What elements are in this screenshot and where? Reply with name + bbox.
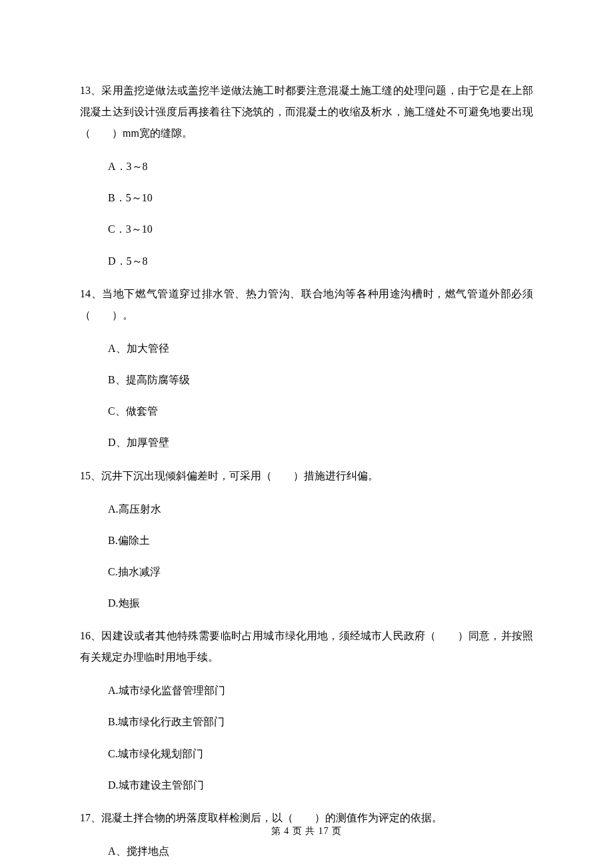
option-c: C．3～10	[108, 219, 533, 239]
page-footer: 第 4 页 共 17 页	[0, 825, 613, 837]
option-b: B.偏除土	[108, 530, 533, 551]
options-group: A．3～8 B．5～10 C．3～10 D．5～8	[80, 156, 533, 271]
option-b: B．5～10	[108, 187, 533, 208]
option-b: B.城市绿化行政主管部门	[108, 711, 533, 732]
option-a: A.高压射水	[108, 499, 533, 519]
option-d: D、加厚管壁	[108, 432, 533, 453]
question-stem: 15、沉井下沉出现倾斜偏差时，可采用（ ）措施进行纠偏。	[80, 465, 533, 487]
option-c: C、做套管	[108, 401, 533, 421]
option-d: D．5～8	[108, 251, 533, 271]
option-c: C.抽水减浮	[108, 561, 533, 582]
option-c: C.城市绿化规划部门	[108, 743, 533, 764]
options-group: A、加大管径 B、提高防腐等级 C、做套管 D、加厚管壁	[80, 338, 533, 453]
options-group: A.高压射水 B.偏除土 C.抽水减浮 D.炮振	[80, 499, 533, 614]
options-group: A、搅拌地点	[80, 841, 533, 861]
option-a: A、加大管径	[108, 338, 533, 359]
option-b: B、提高防腐等级	[108, 369, 533, 390]
option-a: A．3～8	[108, 156, 533, 177]
question-stem: 16、因建设或者其他特殊需要临时占用城市绿化用地，须经城市人民政府（ ）同意，并…	[80, 625, 533, 668]
option-a: A、搅拌地点	[108, 841, 533, 861]
option-d: D.炮振	[108, 593, 533, 613]
option-d: D.城市建设主管部门	[108, 775, 533, 795]
question-stem: 14、当地下燃气管道穿过排水管、热力管沟、联合地沟等各种用途沟槽时，燃气管道外部…	[80, 283, 533, 326]
option-a: A.城市绿化监督管理部门	[108, 680, 533, 701]
page-container: 13、采用盖挖逆做法或盖挖半逆做法施工时都要注意混凝土施工缝的处理问题，由于它是…	[0, 0, 613, 868]
question-stem: 13、采用盖挖逆做法或盖挖半逆做法施工时都要注意混凝土施工缝的处理问题，由于它是…	[80, 80, 533, 144]
options-group: A.城市绿化监督管理部门 B.城市绿化行政主管部门 C.城市绿化规划部门 D.城…	[80, 680, 533, 795]
